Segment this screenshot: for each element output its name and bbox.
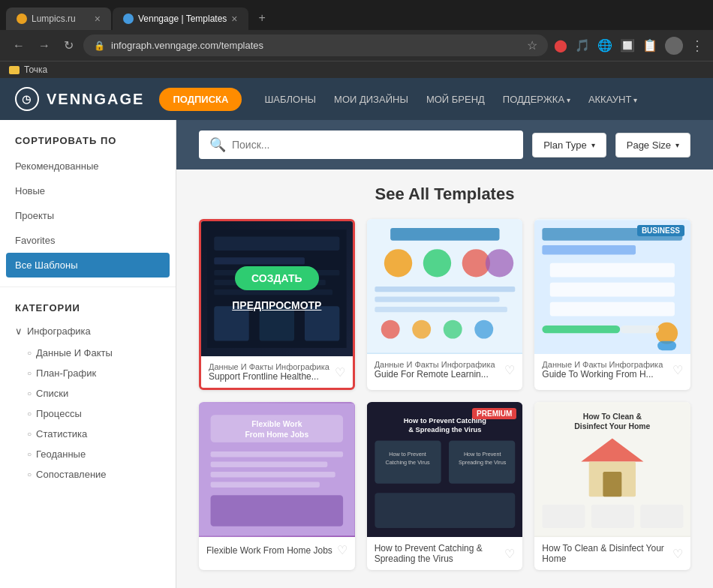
heart-icon-5[interactable]: ♡ xyxy=(504,547,515,561)
bookmark-folder-icon xyxy=(9,66,20,74)
opera-icon[interactable]: ⬤ xyxy=(554,38,567,52)
refresh-button[interactable]: ↻ xyxy=(60,37,77,54)
extension-icon4[interactable]: 📋 xyxy=(642,38,657,52)
svg-rect-31 xyxy=(621,326,660,333)
heart-icon-6[interactable]: ♡ xyxy=(672,547,683,561)
extension-icon2[interactable]: 🌐 xyxy=(597,38,612,52)
preview-button[interactable]: ПРЕДПРОСМОТР xyxy=(232,299,321,311)
sidebar-divider xyxy=(0,286,176,287)
svg-text:From Home Jobs: From Home Jobs xyxy=(245,430,308,439)
sub-data-facts[interactable]: Данные И Факты xyxy=(0,343,176,363)
chevron-down-icon: ∨ xyxy=(15,326,23,337)
svg-text:How To Clean &: How To Clean & xyxy=(583,412,642,421)
page-size-filter[interactable]: Page Size ▾ xyxy=(615,133,690,158)
template-card-3[interactable]: BUSINESS xyxy=(534,219,690,390)
template-card-6[interactable]: How To Clean & Disinfect Your Home xyxy=(534,402,690,570)
template-card-1[interactable]: СОЗДАТЬ ПРЕДПРОСМОТР Данные И Факты Инфо… xyxy=(199,219,355,390)
nav-my-brand[interactable]: МОЙ БРЕНД xyxy=(426,94,485,105)
nav-support[interactable]: ПОДДЕРЖКА xyxy=(503,94,570,105)
sub-lists[interactable]: Списки xyxy=(0,383,176,404)
search-box[interactable]: 🔍 xyxy=(199,130,523,159)
tab-lumpics-close[interactable]: × xyxy=(95,13,101,25)
template-label-1: Данные И Факты Инфографика xyxy=(209,362,329,371)
svg-text:Disinfect Your Home: Disinfect Your Home xyxy=(575,422,651,430)
sub-processes[interactable]: Процессы xyxy=(0,404,176,424)
svg-rect-25 xyxy=(550,263,675,278)
svg-rect-36 xyxy=(211,452,344,457)
template-name-1: Support Frontline Healthe... xyxy=(209,371,329,382)
nav-links: ШАБЛОНЫ МОИ ДИЗАЙНЫ МОЙ БРЕНД ПОДДЕРЖКА … xyxy=(264,94,637,105)
heart-icon-3[interactable]: ♡ xyxy=(672,363,683,377)
nav-account[interactable]: АККАУНТ xyxy=(588,94,637,105)
svg-point-19 xyxy=(412,320,431,339)
sidebar-favorites[interactable]: Favorites xyxy=(0,228,176,253)
svg-text:How to Prevent: How to Prevent xyxy=(389,451,426,458)
templates-title: See All Templates xyxy=(199,184,690,204)
sidebar-recommended[interactable]: Рекомендованные xyxy=(0,154,176,178)
heart-icon-2[interactable]: ♡ xyxy=(504,363,515,377)
category-infographics[interactable]: ∨ Инфографика xyxy=(0,320,176,343)
logo-area: ◷ VENNGAGE xyxy=(15,87,144,111)
sort-section-title: СОРТИРОВАТЬ ПО xyxy=(0,135,176,154)
sub-timeline[interactable]: План-График xyxy=(0,363,176,383)
menu-icon[interactable]: ⋮ xyxy=(690,38,704,54)
svg-rect-39 xyxy=(211,482,320,488)
svg-rect-16 xyxy=(375,296,499,302)
template-name-2: Guide For Remote Learnin... xyxy=(375,369,495,380)
template-card-2[interactable]: Данные И Факты Инфографика Guide For Rem… xyxy=(367,219,523,390)
svg-rect-50 xyxy=(375,493,515,528)
nav-my-designs[interactable]: МОИ ДИЗАЙНЫ xyxy=(334,94,408,105)
profile-icon[interactable] xyxy=(665,37,683,55)
sub-geodata[interactable]: Геоданные xyxy=(0,444,176,464)
star-icon[interactable]: ☆ xyxy=(527,38,537,52)
svg-rect-10 xyxy=(390,228,499,241)
svg-rect-59 xyxy=(641,505,684,528)
sidebar-all-templates[interactable]: Все Шаблоны xyxy=(6,253,170,278)
tab-lumpics-label: Lumpics.ru xyxy=(32,14,76,24)
sub-comparison[interactable]: Сопоставление xyxy=(0,464,176,484)
template-footer-1: Данные И Факты Инфографика Support Front… xyxy=(201,356,353,388)
nav-templates[interactable]: ШАБЛОНЫ xyxy=(264,94,316,105)
svg-rect-24 xyxy=(543,245,636,254)
bookmark-item[interactable]: Точка xyxy=(24,64,47,75)
template-thumb-2 xyxy=(367,219,523,354)
address-input[interactable]: 🔒 infograph.venngage.com/templates ☆ xyxy=(83,34,548,56)
back-button[interactable]: ← xyxy=(9,38,29,54)
plan-type-filter[interactable]: Plan Type ▾ xyxy=(532,133,606,158)
tab-venngage-close[interactable]: × xyxy=(231,13,237,25)
category-infographics-label: Инфографика xyxy=(27,326,91,337)
svg-point-12 xyxy=(423,249,450,277)
subscribe-button[interactable]: ПОДПИСКА xyxy=(159,88,242,111)
extension-icon1[interactable]: 🎵 xyxy=(575,38,590,52)
template-name-6: How To Clean & Disinfect Your Home xyxy=(542,543,672,564)
template-badge-3: BUSINESS xyxy=(637,225,684,236)
bookmarks-bar: Точка xyxy=(0,61,713,78)
page-size-arrow-icon: ▾ xyxy=(675,141,679,149)
sidebar-projects[interactable]: Проекты xyxy=(0,203,176,228)
svg-text:Flexible Work: Flexible Work xyxy=(251,420,302,428)
forward-button[interactable]: → xyxy=(35,38,54,54)
sidebar: СОРТИРОВАТЬ ПО Рекомендованные Новые Про… xyxy=(0,120,176,588)
create-button[interactable]: СОЗДАТЬ xyxy=(235,266,318,290)
template-footer-5: How to Prevent Catching & Spreading the … xyxy=(367,537,523,570)
sub-statistics[interactable]: Статистика xyxy=(0,424,176,444)
new-tab-button[interactable]: + xyxy=(250,6,275,30)
svg-rect-56 xyxy=(603,472,622,496)
svg-rect-58 xyxy=(591,505,634,528)
search-input[interactable] xyxy=(232,139,513,151)
template-svg-5: How to Prevent Catching & Spreading the … xyxy=(367,402,523,537)
svg-rect-57 xyxy=(543,505,585,528)
template-thumb-4: Flexible Work From Home Jobs xyxy=(199,402,355,537)
heart-icon-4[interactable]: ♡ xyxy=(337,543,347,557)
heart-icon-1[interactable]: ♡ xyxy=(335,365,345,380)
template-footer-4: Flexible Work From Home Jobs ♡ xyxy=(199,537,355,563)
app-navbar: ◷ VENNGAGE ПОДПИСКА ШАБЛОНЫ МОИ ДИЗАЙНЫ … xyxy=(0,78,713,120)
sidebar-new[interactable]: Новые xyxy=(0,178,176,203)
tab-venngage[interactable]: Venngage | Templates × xyxy=(113,8,248,30)
extension-icon3[interactable]: 🔲 xyxy=(620,38,635,52)
tab-lumpics[interactable]: Lumpics.ru × xyxy=(6,8,111,30)
template-card-4[interactable]: Flexible Work From Home Jobs xyxy=(199,402,355,570)
svg-rect-15 xyxy=(375,286,515,292)
template-card-5[interactable]: PREMIUM How to Prevent Catching & Spread… xyxy=(367,402,523,570)
svg-rect-29 xyxy=(657,341,676,350)
